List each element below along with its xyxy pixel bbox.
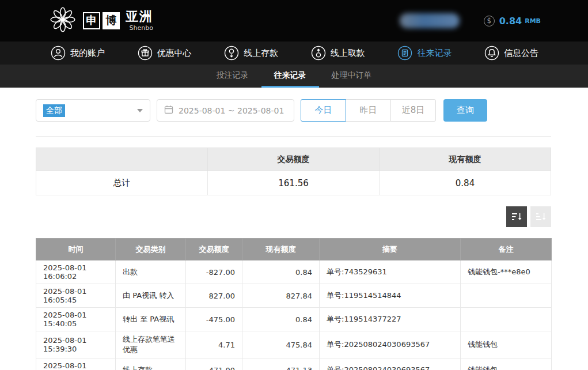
summary-header-balance: 现有额度: [380, 148, 551, 171]
search-button[interactable]: 查询: [443, 99, 487, 122]
balance-currency: RMB: [525, 17, 541, 25]
top-header: 申 博 亚洲 Shenbo $ 0.84 RMB: [0, 0, 588, 41]
table-cell: -475.00: [186, 308, 242, 331]
date-range-input[interactable]: 2025-08-01 ~ 2025-08-01: [157, 99, 294, 122]
nav-item-records[interactable]: 往来记录: [397, 46, 452, 61]
table-cell: 827.84: [242, 284, 320, 308]
balance-amount: 0.84: [499, 16, 522, 27]
type-select-value: 全部: [43, 104, 65, 117]
records-column-header: 现有额度: [242, 239, 320, 260]
summary-row: 总计 161.56 0.84: [36, 171, 551, 195]
summary-balance-total: 0.84: [380, 171, 551, 195]
main-nav: 我的账户 优惠中心 线上存款 线上取款: [0, 41, 588, 65]
quick-date-group: 今日 昨日 近8日: [301, 99, 436, 122]
table-cell: 475.84: [242, 331, 320, 358]
sub-nav: 投注记录 往来记录 处理中订单: [0, 65, 588, 88]
table-cell: 471.13: [242, 358, 320, 370]
table-row: 2025-08-01 16:05:45由 PA视讯 转入827.00827.84…: [36, 284, 552, 308]
sort-desc-button[interactable]: [506, 206, 527, 227]
calendar-icon: [164, 105, 173, 116]
divider: [36, 136, 551, 137]
logo-region-cn: 亚洲: [126, 10, 153, 23]
nav-item-deposit[interactable]: 线上存款: [224, 46, 278, 61]
table-cell: 2025-08-01 15:39:30: [36, 331, 116, 358]
table-cell: -827.00: [186, 260, 242, 284]
table-cell: 单号:202508024030693567: [320, 358, 461, 370]
table-cell: 2025-08-01 15:40:05: [36, 308, 116, 331]
today-button[interactable]: 今日: [301, 99, 346, 122]
summary-header-empty: [36, 148, 208, 171]
records-column-header: 时间: [36, 239, 116, 260]
table-cell: 4.71: [186, 331, 242, 358]
table-cell: 线上存款笔笔送优惠: [116, 331, 186, 358]
table-cell: 单号:743529631: [320, 260, 461, 284]
records-table: 时间交易类别交易额度现有额度摘要备注 2025-08-01 16:06:02出款…: [36, 238, 552, 370]
deposit-icon: [224, 46, 239, 61]
sort-controls: [36, 206, 551, 227]
summary-table: 交易额度 现有额度 总计 161.56 0.84: [36, 148, 551, 195]
table-cell: 钱能钱包-***e8e0: [461, 260, 552, 284]
nav-item-label: 线上取款: [331, 48, 365, 59]
date-range-value: 2025-08-01 ~ 2025-08-01: [179, 106, 284, 115]
nav-item-label: 线上存款: [244, 48, 278, 59]
nav-item-label: 往来记录: [417, 48, 452, 59]
tab-processing-orders[interactable]: 处理中订单: [319, 65, 385, 88]
content-area: 全部 2025-08-01 ~ 2025-08-01 今日 昨日 近8日 查询 …: [0, 99, 588, 370]
flower-logo-icon: [48, 5, 77, 36]
nav-item-promotions[interactable]: 优惠中心: [138, 46, 192, 61]
table-cell: 单号:119514377227: [320, 308, 461, 331]
table-cell: [461, 308, 552, 331]
table-cell: 由 PA视讯 转入: [116, 284, 186, 308]
records-column-header: 摘要: [320, 239, 461, 260]
records-column-header: 备注: [461, 239, 552, 260]
dollar-circle-icon: $: [484, 16, 495, 27]
nav-item-label: 优惠中心: [157, 48, 192, 59]
tab-transaction-records[interactable]: 往来记录: [261, 65, 319, 88]
table-cell: 转出 至 PA视讯: [116, 308, 186, 331]
table-cell: 827.00: [186, 284, 242, 308]
records-column-header: 交易类别: [116, 239, 186, 260]
table-cell: 0.84: [242, 308, 320, 331]
summary-header-transaction: 交易额度: [208, 148, 380, 171]
user-icon: [51, 46, 66, 61]
table-cell: 钱能钱包: [461, 331, 552, 358]
table-cell: 单号:119514514844: [320, 284, 461, 308]
table-cell: 2025-08-01 16:06:02: [36, 260, 116, 284]
withdraw-icon: [311, 46, 326, 61]
yesterday-button[interactable]: 昨日: [346, 99, 391, 122]
table-row: 2025-08-01 15:39:30线上存款471.00471.13单号:20…: [36, 358, 552, 370]
nav-item-withdraw[interactable]: 线上取款: [311, 46, 365, 61]
logo-region: 亚洲 Shenbo: [126, 10, 153, 31]
logo-wordmark: 申 博: [83, 12, 120, 29]
table-cell: 单号:202508024030693567: [320, 331, 461, 358]
table-cell: 线上存款: [116, 358, 186, 370]
last-8-days-button[interactable]: 近8日: [390, 99, 436, 122]
table-row: 2025-08-01 16:06:02出款-827.000.84单号:74352…: [36, 260, 552, 284]
table-cell: 钱能钱包: [461, 358, 552, 370]
records-icon: [397, 46, 412, 61]
logo-char-2: 博: [103, 12, 120, 29]
table-cell: 0.84: [242, 260, 320, 284]
type-select[interactable]: 全部: [36, 99, 150, 122]
tab-betting-records[interactable]: 投注记录: [204, 65, 261, 88]
nav-item-my-account[interactable]: 我的账户: [51, 46, 105, 61]
masked-username[interactable]: [400, 13, 460, 28]
nav-item-label: 信息公告: [504, 48, 538, 59]
table-cell: 471.00: [186, 358, 242, 370]
table-cell: 2025-08-01 15:39:30: [36, 358, 116, 370]
bell-icon: [484, 46, 499, 61]
records-column-header: 交易额度: [186, 239, 242, 260]
summary-total-label: 总计: [36, 171, 208, 195]
logo-char-1: 申: [83, 12, 100, 29]
table-row: 2025-08-01 15:40:05转出 至 PA视讯-475.000.84单…: [36, 308, 552, 331]
balance[interactable]: $ 0.84 RMB: [484, 16, 541, 27]
table-cell: 2025-08-01 16:05:45: [36, 284, 116, 308]
nav-item-label: 我的账户: [70, 48, 105, 59]
chevron-down-icon: [137, 109, 143, 112]
filter-row: 全部 2025-08-01 ~ 2025-08-01 今日 昨日 近8日 查询: [36, 99, 551, 122]
table-cell: 出款: [116, 260, 186, 284]
sort-asc-button[interactable]: [530, 206, 551, 227]
nav-item-announcements[interactable]: 信息公告: [484, 46, 538, 61]
logo[interactable]: 申 博 亚洲 Shenbo: [48, 5, 153, 36]
table-row: 2025-08-01 15:39:30线上存款笔笔送优惠4.71475.84单号…: [36, 331, 552, 358]
